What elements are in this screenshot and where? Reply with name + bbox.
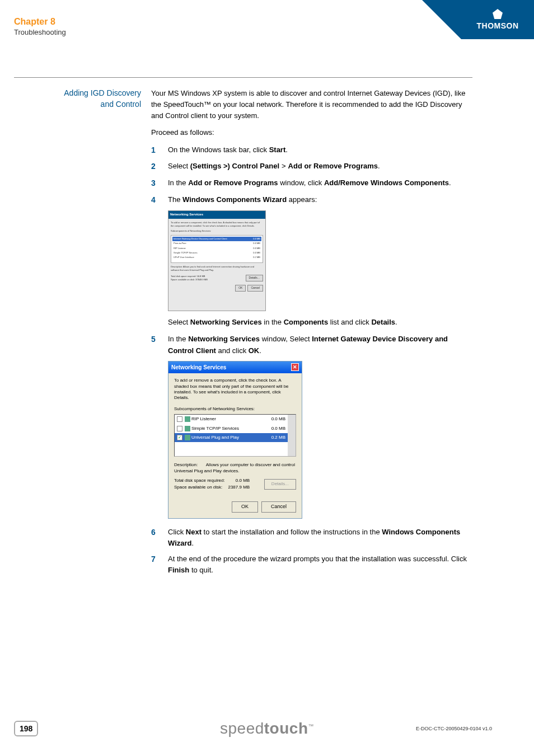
step-number: 5 <box>151 334 168 356</box>
item-name: Universal Plug and Play <box>191 434 262 441</box>
wizard1-row: Peer-to-Peer0.0 MB <box>172 241 261 246</box>
item-size: 0.0 MB <box>262 416 285 422</box>
wizard1-list: Internet Gateway Device Discovery and Co… <box>171 235 263 263</box>
list-item[interactable]: ✓ Universal Plug and Play 0.2 MB <box>175 433 288 442</box>
cancel-button[interactable]: Cancel <box>261 501 296 513</box>
network-icon <box>185 426 190 431</box>
step-number: 7 <box>151 553 168 576</box>
step-text: On the Windows task bar, click Start. <box>168 144 472 157</box>
scrollbar[interactable] <box>288 415 296 456</box>
network-icon <box>185 435 190 440</box>
checkbox-icon[interactable] <box>177 426 182 431</box>
step-6: 6 Click Next to start the installation a… <box>151 527 472 549</box>
section-label-line2: and Control <box>101 100 141 109</box>
dialog-subcomp-label: Subcomponents of Networking Services: <box>174 406 296 412</box>
step-text: In the Add or Remove Programs window, cl… <box>168 177 472 190</box>
steps-list-cont: 5 In the Networking Services window, Sel… <box>151 334 472 356</box>
steps-list: 1 On the Windows task bar, click Start. … <box>151 144 472 206</box>
wizard1-instr: To add or remove a component, click the … <box>171 221 263 228</box>
checkbox-icon[interactable] <box>177 416 182 422</box>
item-size: 0.2 MB <box>262 434 285 441</box>
header-left: Chapter 8 Troubleshooting <box>14 17 66 36</box>
document-id: E-DOC-CTC-20050429-0104 v1.0 <box>416 726 492 731</box>
page-header: Chapter 8 Troubleshooting THOMSON <box>0 0 534 44</box>
step-text: Select (Settings >) Control Panel>Add or… <box>168 161 472 173</box>
wizard1-row: RIP Listener0.0 MB <box>172 246 261 251</box>
dialog-space-info: Total disk space required: Space availab… <box>174 477 296 491</box>
wizard1-desc: Description: Allows you to find and cont… <box>171 265 263 272</box>
step-5: 5 In the Networking Services window, Sel… <box>151 334 472 356</box>
dialog-title: Networking Services <box>171 363 226 372</box>
content-area: Adding IGD Discovery and Control Your MS… <box>0 44 534 580</box>
dialog-instruction: To add or remove a component, click the … <box>174 378 296 401</box>
step-1: 1 On the Windows task bar, click Start. <box>151 144 472 157</box>
wizard1-row: Internet Gateway Device Discovery and Co… <box>172 237 261 241</box>
thomson-icon <box>493 9 503 19</box>
wizard1-row: Simple TCP/IP Services0.0 MB <box>172 251 261 255</box>
wizard-screenshot-1: Networking Services To add or remove a c… <box>168 210 266 311</box>
speedtouch-logo: speedtouch™ <box>220 720 314 738</box>
steps-list-cont2: 6 Click Next to start the installation a… <box>151 527 472 576</box>
wizard1-cancel-button[interactable]: Cancel <box>247 285 263 292</box>
close-icon[interactable]: ✕ <box>291 363 299 371</box>
step-number: 2 <box>151 161 168 173</box>
step-text: The Windows Components Wizard appears: <box>168 194 472 206</box>
list-item[interactable]: Simple TCP/IP Services 0.0 MB <box>175 424 288 433</box>
step-text: At the end of the procedure the wizard p… <box>168 553 472 576</box>
wizard1-space: Total disk space required: 56.8 MB Space… <box>171 275 263 281</box>
step-number: 1 <box>151 144 168 157</box>
wizard1-details-button[interactable]: Details... <box>246 275 263 281</box>
wizard1-row: UPnP User Interface0.2 MB <box>172 255 261 260</box>
section-label-line1: Adding IGD Discovery <box>64 88 141 97</box>
intro-paragraph: Your MS Windows XP system is able to dis… <box>151 88 472 121</box>
section-body: Your MS Windows XP system is able to dis… <box>151 88 472 580</box>
step-text: Click Next to start the installation and… <box>168 527 472 549</box>
step-number: 6 <box>151 527 168 549</box>
item-size: 0.0 MB <box>262 425 285 432</box>
wizard1-sublabel: Subcomponents of Networking Services: <box>171 229 263 233</box>
step-4: 4 The Windows Components Wizard appears: <box>151 194 472 206</box>
step-7: 7 At the end of the procedure the wizard… <box>151 553 472 576</box>
page-footer: 198 speedtouch™ E-DOC-CTC-20050429-0104 … <box>0 721 534 736</box>
section: Adding IGD Discovery and Control Your MS… <box>14 77 472 580</box>
proceed-text: Proceed as follows: <box>151 127 472 138</box>
dialog-description: Description: Allows your computer to dis… <box>174 462 296 474</box>
wizard1-titlebar: Networking Services <box>168 211 265 218</box>
dialog-subcomp-list: RIP Listener 0.0 MB Simple TCP/IP Servic… <box>174 414 296 457</box>
item-name: Simple TCP/IP Services <box>191 425 262 432</box>
wizard1-body: To add or remove a component, click the … <box>168 219 265 294</box>
ok-button[interactable]: OK <box>232 501 258 513</box>
step-number: 4 <box>151 194 168 206</box>
dialog-titlebar: Networking Services ✕ <box>168 361 302 374</box>
checkbox-icon[interactable]: ✓ <box>177 435 182 440</box>
step-2: 2 Select (Settings >) Control Panel>Add … <box>151 161 472 173</box>
network-icon <box>185 416 190 422</box>
step-4-sub: Select Networking Services in the Compon… <box>168 317 472 328</box>
chapter-title: Chapter 8 <box>14 17 66 27</box>
section-label: Adding IGD Discovery and Control <box>14 88 151 580</box>
step-3: 3 In the Add or Remove Programs window, … <box>151 177 472 190</box>
step-number: 3 <box>151 177 168 190</box>
details-button: Details... <box>264 479 296 489</box>
dialog-body: To add or remove a component, click the … <box>168 373 302 498</box>
step-text: In the Networking Services window, Selec… <box>168 334 472 356</box>
thomson-logo: THOMSON <box>461 0 534 39</box>
wizard1-ok-button[interactable]: OK <box>235 285 246 292</box>
page-number: 198 <box>14 721 38 736</box>
list-item[interactable]: RIP Listener 0.0 MB <box>175 415 288 424</box>
networking-services-dialog: Networking Services ✕ To add or remove a… <box>168 361 302 519</box>
item-name: RIP Listener <box>191 416 262 422</box>
dialog-buttons: OK Cancel <box>168 498 302 518</box>
wizard1-buttons: OK Cancel <box>171 285 263 292</box>
thomson-logo-text: THOMSON <box>476 21 518 30</box>
chapter-subtitle: Troubleshooting <box>14 28 66 36</box>
